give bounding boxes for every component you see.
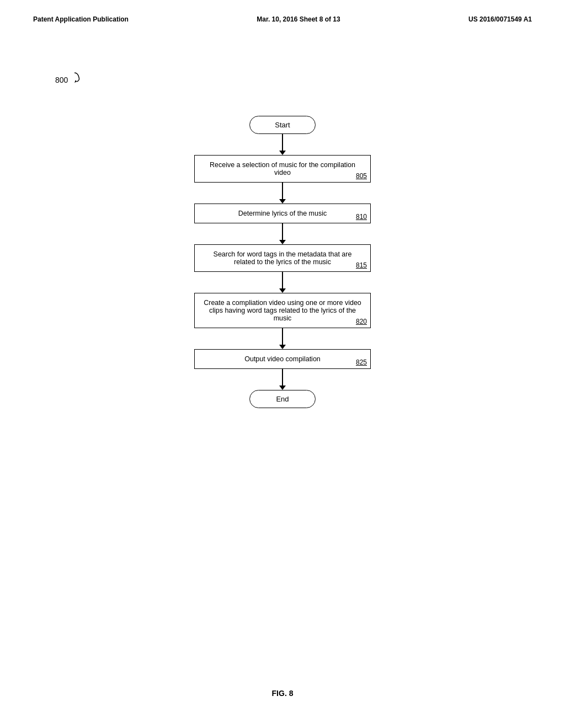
node-805: Receive a selection of music for the com… — [194, 155, 371, 183]
arrow-4 — [279, 272, 286, 293]
node-820: Create a compliation video using one or … — [194, 293, 371, 328]
arrow-2 — [279, 183, 286, 204]
page-header: Patent Application Publication Mar. 10, … — [0, 0, 565, 23]
header-left: Patent Application Publication — [33, 15, 129, 23]
flowchart-container: Start Receive a selection of music for t… — [172, 116, 393, 408]
header-right: US 2016/0071549 A1 — [468, 15, 532, 23]
fig-label: FIG. 8 — [272, 689, 294, 698]
arrow-head — [279, 288, 286, 293]
arrow-6 — [279, 369, 286, 390]
diagram-label: 800 — [55, 72, 82, 84]
node-815: Search for word tags in the metadata tha… — [194, 244, 371, 272]
arrow-5 — [279, 328, 286, 349]
arrow-line — [282, 183, 283, 199]
arrow-head — [279, 386, 286, 390]
arrow-line — [282, 134, 283, 151]
arrow-1 — [279, 134, 286, 155]
svg-marker-0 — [74, 80, 77, 83]
header-middle: Mar. 10, 2016 Sheet 8 of 13 — [257, 15, 340, 23]
node-start: Start — [249, 116, 316, 134]
arrow-head — [279, 345, 286, 349]
node-810: Determine lyrics of the music 810 — [194, 204, 371, 223]
arrow-line — [282, 223, 283, 240]
arrow-line — [282, 272, 283, 288]
arrow-line — [282, 328, 283, 345]
arrow-head — [279, 240, 286, 244]
arrow-3 — [279, 223, 286, 244]
node-825: Output video compilation 825 — [194, 349, 371, 369]
arrow-head — [279, 151, 286, 155]
node-end: End — [249, 390, 316, 408]
arrow-line — [282, 369, 283, 386]
arrow-head — [279, 199, 286, 204]
